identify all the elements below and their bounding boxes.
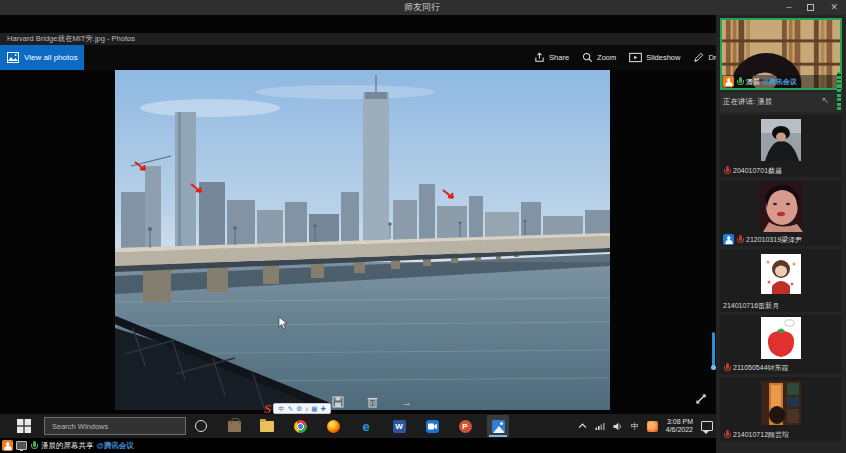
- word-icon: W: [393, 420, 406, 433]
- participant-avatar: [720, 180, 841, 233]
- ime-settings-icon[interactable]: ⚙: [296, 404, 302, 414]
- ime-board-icon[interactable]: ▦: [311, 404, 317, 414]
- participant-tile[interactable]: 214010712顾芸瑄: [720, 377, 841, 441]
- tencent-meeting-button[interactable]: [421, 415, 443, 437]
- participant-name: 214010712顾芸瑄: [733, 430, 789, 440]
- participant-avatar: [720, 315, 841, 361]
- participant-tile[interactable]: 214010716雷新月: [720, 249, 841, 312]
- mic-muted-icon: [723, 166, 731, 175]
- clock-time: 3:08 PM: [666, 418, 693, 427]
- photos-zoom-slider[interactable]: [712, 332, 715, 368]
- participant-name-row: 214010712顾芸瑄: [720, 428, 841, 441]
- mic-muted-icon: [723, 430, 731, 439]
- taskbar-search-input[interactable]: [44, 417, 186, 435]
- edge-button[interactable]: e: [355, 415, 377, 437]
- file-explorer-button[interactable]: [256, 415, 278, 437]
- start-button[interactable]: [16, 418, 32, 434]
- mouse-cursor: [278, 316, 288, 330]
- close-icon[interactable]: ✕: [830, 0, 838, 15]
- cortana-icon: [195, 420, 207, 432]
- mic-on-icon: [30, 441, 38, 450]
- host-badge-icon: [723, 76, 734, 87]
- participant-avatar: [720, 377, 841, 428]
- taskbar-clock[interactable]: 3:08 PM 4/6/2022: [666, 418, 693, 435]
- screen-share-icon: [16, 441, 27, 450]
- view-all-photos-button[interactable]: View all photos: [0, 45, 84, 70]
- participant-name-row: 211050544钟东霞: [720, 361, 841, 374]
- ime-lang-icon[interactable]: 中: [278, 404, 285, 414]
- active-speaker-video[interactable]: 潘晨 @腾讯会议: [720, 18, 842, 90]
- speaker-icon[interactable]: [613, 422, 623, 431]
- delete-icon[interactable]: [367, 396, 378, 408]
- active-speaker-name-row: 潘晨 @腾讯会议: [722, 75, 840, 88]
- firefox-button[interactable]: [322, 415, 344, 437]
- store-icon: [228, 421, 241, 432]
- meeting-watermark: @腾讯会议: [762, 77, 797, 87]
- ime-toolbar: 中 ✎ ⚙ ♪ ▦ ✚: [273, 403, 331, 414]
- cohost-badge-icon: [723, 234, 734, 245]
- tencent-meeting-icon: [426, 420, 439, 433]
- photos-app-icon: [492, 420, 505, 433]
- zoom-label: Zoom: [597, 53, 616, 62]
- speaking-status-text: 正在讲话: 潘晨: [720, 97, 772, 107]
- zoom-button[interactable]: Zoom: [582, 52, 616, 63]
- minimize-icon[interactable]: –: [786, 0, 791, 15]
- bridge-photo: [115, 70, 610, 410]
- active-speaker-name: 潘晨: [746, 77, 760, 87]
- system-tray: 中 3:08 PM 4/6/2022: [578, 414, 713, 438]
- participant-name: 214010716雷新月: [723, 301, 779, 311]
- ime-indicator[interactable]: 中: [631, 421, 639, 432]
- participant-name: 204010701蔡越: [733, 166, 782, 176]
- cortana-button[interactable]: [190, 415, 212, 437]
- folder-icon: [260, 421, 274, 432]
- tray-chevron-icon[interactable]: [578, 423, 587, 429]
- slideshow-button[interactable]: Slideshow: [629, 52, 680, 63]
- slideshow-label: Slideshow: [646, 53, 680, 62]
- save-icon[interactable]: [332, 396, 344, 408]
- mic-muted-icon: [723, 363, 731, 372]
- ime-sound-icon[interactable]: ♪: [305, 404, 308, 414]
- network-icon[interactable]: [595, 422, 605, 430]
- participant-tile[interactable]: 204010701蔡越: [720, 115, 841, 177]
- word-button[interactable]: W: [388, 415, 410, 437]
- clock-date: 4/6/2022: [666, 426, 693, 435]
- magnifier-icon: [582, 52, 593, 63]
- taskbar-app-icons: e W P: [190, 414, 509, 438]
- photos-app-button[interactable]: [487, 415, 509, 437]
- participant-tile[interactable]: 212010319梁泽尹: [720, 180, 841, 246]
- store-button[interactable]: [223, 415, 245, 437]
- collapse-arrow-icon[interactable]: ↖: [821, 95, 829, 105]
- meeting-watermark: @腾讯会议: [97, 441, 134, 451]
- slideshow-icon: [629, 52, 642, 63]
- view-all-photos-label: View all photos: [24, 53, 78, 62]
- maximize-icon[interactable]: [807, 4, 814, 11]
- mic-on-icon: [736, 77, 744, 86]
- tray-app-icon[interactable]: [647, 421, 658, 432]
- powerpoint-icon: P: [459, 420, 472, 433]
- participant-name-row: 204010701蔡越: [720, 164, 841, 177]
- chrome-button[interactable]: [289, 415, 311, 437]
- firefox-icon: [327, 420, 340, 433]
- mic-muted-icon: [736, 235, 744, 244]
- participant-tile[interactable]: 211050544钟东霞: [720, 315, 841, 374]
- meeting-title: 师友同行: [404, 0, 440, 15]
- ime-pen-icon[interactable]: ✎: [288, 404, 293, 414]
- fullscreen-expand-icon[interactable]: [694, 392, 708, 406]
- pen-icon: [693, 52, 704, 63]
- participant-name: 212010319梁泽尹: [746, 235, 802, 245]
- chrome-icon: [294, 420, 307, 433]
- powerpoint-button[interactable]: P: [454, 415, 476, 437]
- participant-avatar: [720, 115, 841, 164]
- meeting-titlebar: 师友同行 – ✕: [0, 0, 846, 15]
- share-icon: [534, 52, 545, 63]
- ime-toolbox-icon[interactable]: ✚: [320, 404, 325, 414]
- participant-name-row: 214010716雷新月: [720, 299, 841, 312]
- photos-window-title: Harvard Bridge就在MIT旁.jpg - Photos: [7, 33, 135, 45]
- screen-share-label: 潘晨的屏幕共享 @腾讯会议: [2, 439, 134, 452]
- window-controls: – ✕: [786, 0, 838, 15]
- share-label: Share: [549, 53, 569, 62]
- speaking-status-row: 正在讲话: 潘晨 ↖: [720, 92, 843, 112]
- share-button[interactable]: Share: [534, 52, 569, 63]
- next-photo-button[interactable]: →: [401, 395, 412, 409]
- action-center-icon[interactable]: [701, 421, 713, 431]
